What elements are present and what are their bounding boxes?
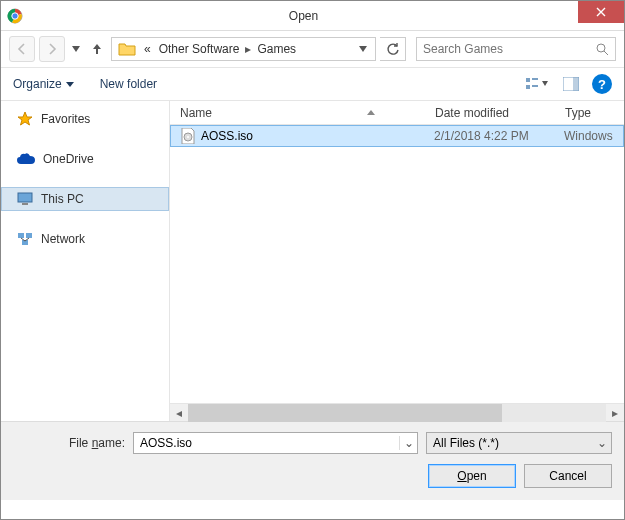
file-name: AOSS.iso (201, 129, 253, 143)
cancel-button[interactable]: Cancel (524, 464, 612, 488)
svg-rect-5 (532, 78, 538, 80)
preview-pane-button[interactable] (556, 73, 586, 95)
iso-file-icon (181, 128, 195, 144)
onedrive-icon (17, 153, 35, 165)
column-date[interactable]: Date modified (425, 106, 555, 120)
scroll-thumb[interactable] (188, 404, 502, 422)
view-options-button[interactable] (522, 73, 552, 95)
star-icon (17, 111, 33, 127)
svg-rect-6 (532, 85, 538, 87)
chevron-down-icon[interactable]: ⌄ (593, 436, 611, 450)
back-button[interactable] (9, 36, 35, 62)
breadcrumb-prefix[interactable]: « (140, 42, 155, 56)
sidebar-item-label: OneDrive (43, 152, 94, 166)
svg-rect-11 (18, 233, 24, 238)
filename-label: File name: (13, 436, 125, 450)
breadcrumb-item[interactable]: Other Software (155, 42, 244, 56)
search-icon (596, 43, 609, 56)
titlebar: Open (1, 1, 624, 31)
forward-button[interactable] (39, 36, 65, 62)
new-folder-button[interactable]: New folder (100, 77, 157, 91)
sidebar-item-label: Network (41, 232, 85, 246)
svg-rect-9 (18, 193, 32, 202)
file-type: Windows (555, 129, 623, 143)
file-date: 2/1/2018 4:22 PM (425, 129, 555, 143)
sidebar-item-label: This PC (41, 192, 84, 206)
sidebar-item-label: Favorites (41, 112, 90, 126)
chevron-right-icon: ▸ (243, 42, 253, 56)
svg-rect-12 (26, 233, 32, 238)
network-icon (17, 232, 33, 246)
close-button[interactable] (578, 1, 624, 23)
toolbar: Organize New folder ? (1, 67, 624, 101)
address-bar[interactable]: « Other Software ▸ Games (111, 37, 376, 61)
file-row[interactable]: AOSS.iso 2/1/2018 4:22 PM Windows (170, 125, 624, 147)
svg-rect-8 (573, 77, 579, 91)
sidebar: Favorites OneDrive This PC Network (1, 101, 169, 421)
scroll-track[interactable] (188, 404, 606, 422)
history-dropdown[interactable] (69, 36, 83, 62)
filename-input[interactable] (134, 436, 399, 450)
organize-menu[interactable]: Organize (13, 77, 74, 91)
horizontal-scrollbar[interactable]: ◂ ▸ (170, 403, 624, 421)
refresh-button[interactable] (380, 37, 406, 61)
help-button[interactable]: ? (592, 74, 612, 94)
scroll-right-arrow[interactable]: ▸ (606, 404, 624, 422)
search-box[interactable] (416, 37, 616, 61)
chevron-down-icon[interactable]: ⌄ (399, 436, 417, 450)
filename-combo[interactable]: ⌄ (133, 432, 418, 454)
sidebar-item-this-pc[interactable]: This PC (1, 187, 169, 211)
search-input[interactable] (423, 42, 596, 56)
svg-point-1 (12, 12, 18, 18)
sort-asc-icon (367, 110, 375, 115)
up-button[interactable] (87, 36, 107, 62)
sidebar-item-favorites[interactable]: Favorites (1, 107, 169, 131)
breadcrumb-item[interactable]: Games (253, 42, 300, 56)
svg-point-15 (187, 136, 189, 138)
navbar: « Other Software ▸ Games (1, 31, 624, 67)
window-title: Open (29, 9, 578, 23)
sidebar-item-network[interactable]: Network (1, 227, 169, 251)
scroll-left-arrow[interactable]: ◂ (170, 404, 188, 422)
filter-label: All Files (*.*) (427, 436, 593, 450)
column-headers: Name Date modified Type (170, 101, 624, 125)
folder-icon (118, 40, 136, 58)
main-area: Favorites OneDrive This PC Network Name … (1, 101, 624, 421)
svg-rect-3 (526, 78, 530, 82)
open-button[interactable]: Open (428, 464, 516, 488)
column-name[interactable]: Name (170, 106, 425, 120)
svg-point-2 (597, 44, 605, 52)
sidebar-item-onedrive[interactable]: OneDrive (1, 147, 169, 171)
address-dropdown[interactable] (353, 46, 373, 52)
file-list[interactable]: AOSS.iso 2/1/2018 4:22 PM Windows (170, 125, 624, 403)
svg-rect-4 (526, 85, 530, 89)
bottom-panel: File name: ⌄ All Files (*.*) ⌄ Open Canc… (1, 421, 624, 500)
svg-rect-10 (22, 203, 28, 205)
column-type[interactable]: Type (555, 106, 624, 120)
app-icon (1, 8, 29, 24)
filetype-filter[interactable]: All Files (*.*) ⌄ (426, 432, 612, 454)
file-list-area: Name Date modified Type AOSS.iso 2/1/201… (169, 101, 624, 421)
pc-icon (17, 192, 33, 206)
